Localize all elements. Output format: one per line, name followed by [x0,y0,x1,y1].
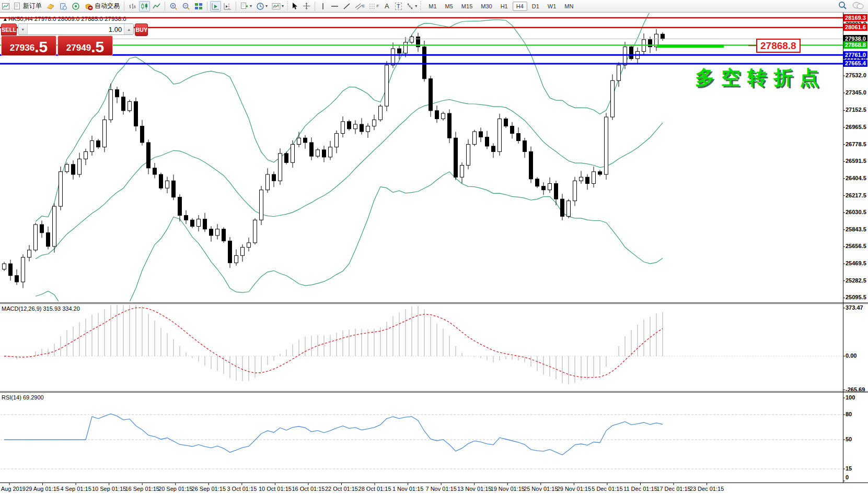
volume-decrease-button[interactable]: ▼ [18,24,28,34]
toolbar-grip [287,2,288,11]
macd-scale-0.00: 0.00 [846,352,857,359]
timeframe-M30[interactable]: M30 [477,2,495,11]
horizontal-line-button[interactable] [329,1,340,11]
toolbar: 新订单 自动交易 [0,0,868,13]
cursor-button[interactable] [290,1,300,11]
buy-button[interactable]: BUY [135,23,148,36]
indicators-button[interactable]: ▾ [270,1,285,11]
trendline-button[interactable] [341,1,352,11]
date-label-11[interactable]: 28 Oct 01:15 [358,486,391,492]
date-label-14[interactable]: 13 Nov 01:15 [457,486,491,492]
navigator-button[interactable] [70,1,82,11]
new-chart-icon [240,2,249,10]
search-icon[interactable] [838,1,847,10]
price-tag-label[interactable]: 27868.8 [756,39,801,53]
zoom-out-button[interactable] [180,1,192,11]
price-tick-26404.5: 26404.5 [846,175,866,181]
date-label-9[interactable]: 16 Oct 01:15 [292,486,325,492]
terminal-window: 新订单 自动交易 [0,0,868,494]
rsi-scale-100: 100 [846,394,855,401]
crosshair-button[interactable] [301,1,312,11]
text-label-button[interactable]: T [393,1,403,11]
chat-icon[interactable] [852,2,864,10]
text-button[interactable]: A [381,1,392,11]
date-label-1[interactable]: 29 Aug 01:15 [26,486,60,492]
date-label-19[interactable]: 11 Dec 01:15 [623,486,657,492]
timeframe-H4[interactable]: H4 [513,2,527,11]
horizontal-line-icon [331,3,339,10]
data-window-icon [59,2,67,10]
sell-price-box[interactable]: 27936.5 [1,36,56,56]
timeframe-M15[interactable]: M15 [458,2,476,11]
timeframe-MN[interactable]: MN [561,2,577,11]
date-label-18[interactable]: 5 Dec 01:15 [592,486,622,492]
date-label-17[interactable]: 29 Nov 01:15 [557,486,591,492]
price-tick-27152.5: 27152.5 [846,107,866,113]
fibonacci-button[interactable]: F [367,1,380,11]
timeframe-D1[interactable]: D1 [528,2,543,11]
autotrade-button[interactable]: 自动交易 [83,1,121,11]
date-label-8[interactable]: 10 Oct 01:15 [259,486,292,492]
toolbar-separator [165,2,165,11]
profiles-button[interactable]: ▾ [254,1,269,11]
date-label-15[interactable]: 19 Nov 01:15 [491,486,525,492]
rsi-scale-15: 15 [846,465,852,472]
date-label-5[interactable]: 20 Sep 01:15 [158,486,192,492]
volume-input[interactable] [28,24,124,34]
indicators-icon [272,3,281,10]
date-label-10[interactable]: 22 Oct 01:15 [325,486,358,492]
vertical-line-button[interactable] [318,1,328,11]
price-tick-25282.5: 25282.5 [846,277,866,284]
price-tick-26778.5: 26778.5 [846,141,866,147]
zoom-in-button[interactable] [168,1,179,11]
bar-chart-icon [129,3,136,10]
new-order-button[interactable]: 新订单 [12,1,43,11]
market-watch-icon [46,2,55,10]
timeframe-group: M1M5M15M30H1H4D1W1MN [424,2,577,11]
date-label-6[interactable]: 26 Sep 01:15 [192,486,226,492]
price-level-box-27938.0: 27938.0 [843,35,867,42]
equidistant-channel-button[interactable]: E [353,1,366,11]
line-chart-button[interactable] [151,1,162,11]
tile-windows-button[interactable] [193,1,204,11]
date-label-0[interactable]: 23 Aug 2019 [0,486,26,492]
candlestick-chart-button[interactable] [139,1,150,11]
timeframe-M5[interactable]: M5 [442,2,457,11]
zoom-out-icon [182,2,190,10]
new-chart-button[interactable]: ▾ [239,1,253,11]
chevron-down-icon: ▾ [265,4,268,8]
date-label-16[interactable]: 25 Nov 01:15 [524,486,558,492]
date-label-21[interactable]: 23 Dec 01:15 [690,486,724,492]
date-label-13[interactable]: 7 Nov 01:15 [425,486,456,492]
price-tick-27906.0: 27906.0 [846,38,866,44]
buy-price-frac: .5 [91,39,104,55]
date-label-7[interactable]: 3 Oct 01:15 [227,486,257,492]
sell-price-main: 27936 [10,41,34,55]
new-order-label: 新订单 [23,2,42,10]
toolbar-right-group [838,1,864,10]
date-label-12[interactable]: 1 Nov 01:15 [392,486,423,492]
shapes-button[interactable]: ▾ [404,1,419,11]
date-label-20[interactable]: 17 Dec 01:15 [656,486,690,492]
candlestick-chart-icon [141,3,148,10]
chart-shift-button[interactable] [222,1,233,11]
price-tick-26965.5: 26965.5 [846,124,866,130]
auto-scroll-button[interactable] [210,1,221,11]
price-tick-25843.5: 25843.5 [846,226,866,232]
volume-stepper: ▼ ▲ [18,23,134,35]
date-label-4[interactable]: 16 Sep 01:15 [125,486,159,492]
buy-price-box[interactable]: 27949.5 [57,36,113,56]
sell-button[interactable]: SELL [1,23,17,36]
timeframe-M1[interactable]: M1 [425,2,440,11]
timeframe-H1[interactable]: H1 [497,2,512,11]
timeframe-W1[interactable]: W1 [544,2,560,11]
market-watch-button[interactable] [44,1,56,11]
auto-scroll-icon [212,3,219,10]
bar-chart-button[interactable] [127,1,138,11]
app-chart-icon[interactable] [1,1,11,11]
turning-point-annotation[interactable]: 多空转折点 [695,65,826,91]
data-window-button[interactable] [57,1,69,11]
date-label-2[interactable]: 4 Sep 01:15 [60,486,91,492]
volume-increase-button[interactable]: ▲ [124,24,133,34]
date-label-3[interactable]: 10 Sep 01:15 [92,486,126,492]
